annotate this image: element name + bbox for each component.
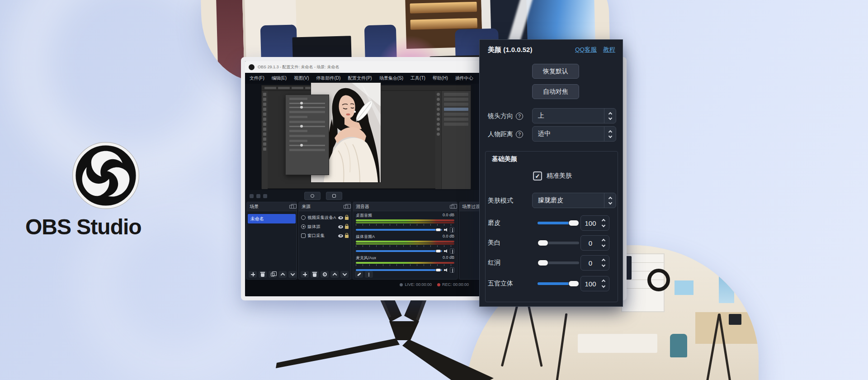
menu-file[interactable]: 文件(F) xyxy=(250,75,264,81)
qq-support-link[interactable]: QQ客服 xyxy=(575,46,597,54)
volume-slider[interactable] xyxy=(356,229,442,231)
lens-direction-select[interactable]: 上 xyxy=(532,108,616,124)
add-source-button[interactable] xyxy=(301,271,309,278)
mixer-channel: 桌面音频 0.0 dB xyxy=(353,211,457,233)
lock-icon[interactable] xyxy=(345,217,349,220)
lock-icon[interactable] xyxy=(345,226,349,229)
duplicate-scene-button[interactable] xyxy=(269,271,277,278)
precise-skin-label: 精准美肤 xyxy=(547,172,572,180)
source-row[interactable]: 视频采集设备A xyxy=(299,213,351,222)
dock-popout-icon[interactable] xyxy=(289,205,294,209)
help-icon[interactable]: ? xyxy=(516,113,523,120)
volume-slider-handle[interactable] xyxy=(435,249,441,253)
volume-slider[interactable] xyxy=(356,250,442,252)
channel-options-icon[interactable] xyxy=(450,248,454,254)
select-spinner[interactable] xyxy=(604,193,616,208)
chevron-down-icon xyxy=(608,116,612,119)
skin-mode-select[interactable]: 朦胧磨皮 xyxy=(532,193,616,208)
rosy-slider[interactable] xyxy=(538,261,579,264)
smoothing-spinbox[interactable]: 100 xyxy=(580,215,609,231)
chevron-up-icon[interactable] xyxy=(602,259,605,262)
menu-view[interactable]: 视图(V) xyxy=(294,75,309,81)
menu-help[interactable]: 帮助(H) xyxy=(433,75,448,81)
dock-popout-icon[interactable] xyxy=(450,205,454,209)
autofocus-button[interactable]: 自动对焦 xyxy=(532,84,579,99)
source-row[interactable]: 窗口采集 xyxy=(299,231,351,240)
menu-docks[interactable]: 停靠部件(D) xyxy=(316,75,340,81)
chevron-up-icon[interactable] xyxy=(602,280,605,283)
add-scene-button[interactable] xyxy=(249,271,257,278)
toolbar-icon[interactable] xyxy=(263,194,267,198)
chevron-down-icon xyxy=(608,134,612,138)
chevron-down-icon[interactable] xyxy=(602,263,605,267)
select-spinner[interactable] xyxy=(604,109,616,123)
mixer-filters-button[interactable] xyxy=(355,271,363,278)
menu-scene-collection[interactable]: 场景集合(S) xyxy=(379,75,403,81)
visibility-eye-icon[interactable] xyxy=(338,225,343,228)
audio-level-meter xyxy=(356,243,454,245)
mixer-options-button[interactable] xyxy=(365,271,373,278)
person-distance-select[interactable]: 适中 xyxy=(532,126,616,142)
plant-shape xyxy=(750,299,759,313)
menu-plugin-center[interactable]: 插件中心 xyxy=(455,75,473,81)
tutorial-link[interactable]: 教程 xyxy=(603,46,615,54)
rosy-spinbox[interactable]: 0 xyxy=(580,255,609,271)
source-row[interactable]: 媒体源 xyxy=(299,222,351,231)
remove-scene-button[interactable] xyxy=(259,271,267,278)
preview-toolbar-button-2[interactable] xyxy=(326,192,342,200)
face-3d-slider[interactable] xyxy=(538,282,579,285)
audio-mixer-dock: 混音器 桌面音频 0.0 dB xyxy=(353,202,458,280)
smoothing-slider[interactable] xyxy=(538,222,579,224)
precise-skin-row[interactable]: ✓ 精准美肤 xyxy=(533,171,572,180)
toolbar-icon[interactable] xyxy=(256,194,260,198)
audio-level-meter xyxy=(356,222,454,223)
channel-options-icon[interactable] xyxy=(450,267,454,273)
window-shape xyxy=(719,262,734,303)
source-properties-button[interactable] xyxy=(321,271,329,278)
move-scene-down-button[interactable] xyxy=(288,271,297,278)
move-source-up-button[interactable] xyxy=(330,271,339,278)
chevron-up-icon[interactable] xyxy=(602,219,605,223)
chevron-down-icon[interactable] xyxy=(602,223,605,227)
slider-handle[interactable] xyxy=(568,280,579,287)
move-scene-up-button[interactable] xyxy=(278,271,287,278)
smoothing-label: 磨皮 xyxy=(488,219,500,227)
chevron-down-icon[interactable] xyxy=(602,284,605,288)
channel-options-icon[interactable] xyxy=(450,227,454,233)
restore-defaults-button[interactable]: 恢复默认 xyxy=(532,64,579,79)
whitening-spinbox[interactable]: 0 xyxy=(580,235,609,251)
menu-edit[interactable]: 编辑(E) xyxy=(272,75,287,81)
visibility-eye-icon[interactable] xyxy=(338,216,343,219)
chevron-up-icon xyxy=(608,196,612,200)
chevron-up-icon[interactable] xyxy=(602,239,605,242)
scene-item-selected[interactable]: 未命名 xyxy=(248,214,296,223)
remove-source-button[interactable] xyxy=(311,271,319,278)
menu-tools[interactable]: 工具(T) xyxy=(410,75,425,81)
volume-slider-handle[interactable] xyxy=(435,228,441,232)
speaker-icon[interactable] xyxy=(444,268,448,272)
chevron-down-icon[interactable] xyxy=(602,243,605,247)
toolbar-icon[interactable] xyxy=(250,194,254,198)
face-3d-spinbox[interactable]: 100 xyxy=(580,276,609,291)
beauty-panel-header: 美颜 (1.0.0.52) QQ客服 教程 xyxy=(480,40,623,60)
sources-dock: 来源 视频采集设备A 媒体源 xyxy=(298,202,351,280)
checkbox-checked[interactable]: ✓ xyxy=(533,171,542,180)
dock-popout-icon[interactable] xyxy=(344,205,348,209)
preview-toolbar-button-1[interactable] xyxy=(304,192,321,200)
slider-handle[interactable] xyxy=(538,240,548,246)
whitening-slider[interactable] xyxy=(538,242,579,244)
move-source-down-button[interactable] xyxy=(340,271,349,278)
volume-slider-handle[interactable] xyxy=(435,268,441,272)
speaker-icon[interactable] xyxy=(444,228,448,232)
help-icon[interactable]: ? xyxy=(516,131,523,138)
menu-profile[interactable]: 配置文件(P) xyxy=(348,75,372,81)
visibility-eye-icon[interactable] xyxy=(338,234,343,238)
source-label: 窗口采集 xyxy=(307,233,336,239)
speaker-icon[interactable] xyxy=(444,249,448,253)
lock-icon[interactable] xyxy=(345,235,349,238)
video-capture-icon xyxy=(301,215,306,220)
mixer-toolbar xyxy=(355,271,373,278)
slider-handle[interactable] xyxy=(538,260,548,266)
select-spinner[interactable] xyxy=(604,127,616,141)
slider-handle[interactable] xyxy=(568,220,579,226)
